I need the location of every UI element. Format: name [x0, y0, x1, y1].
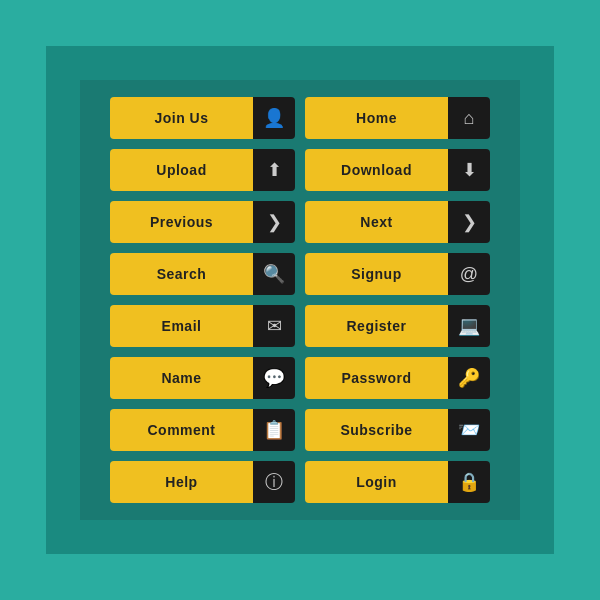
password-label: Password [305, 357, 448, 399]
help-label: Help [110, 461, 253, 503]
join-us-button[interactable]: Join Us👤 [110, 97, 295, 139]
email-icon: ✉ [253, 305, 295, 347]
previous-label: Previous [110, 201, 253, 243]
next-button[interactable]: Next❯ [305, 201, 490, 243]
name-icon: 💬 [253, 357, 295, 399]
name-button[interactable]: Name💬 [110, 357, 295, 399]
previous-icon: ❯ [253, 201, 295, 243]
email-button[interactable]: Email✉ [110, 305, 295, 347]
button-grid: Join Us👤Home⌂Upload⬆Download⬇Previous❯Ne… [90, 77, 510, 523]
home-button[interactable]: Home⌂ [305, 97, 490, 139]
name-label: Name [110, 357, 253, 399]
register-button[interactable]: Register💻 [305, 305, 490, 347]
help-icon: ⓘ [253, 461, 295, 503]
email-label: Email [110, 305, 253, 347]
next-label: Next [305, 201, 448, 243]
home-icon: ⌂ [448, 97, 490, 139]
register-icon: 💻 [448, 305, 490, 347]
register-label: Register [305, 305, 448, 347]
search-button[interactable]: Search🔍 [110, 253, 295, 295]
inner-panel: Join Us👤Home⌂Upload⬆Download⬇Previous❯Ne… [80, 80, 520, 520]
download-icon: ⬇ [448, 149, 490, 191]
join-us-icon: 👤 [253, 97, 295, 139]
download-button[interactable]: Download⬇ [305, 149, 490, 191]
password-button[interactable]: Password🔑 [305, 357, 490, 399]
comment-label: Comment [110, 409, 253, 451]
comment-button[interactable]: Comment📋 [110, 409, 295, 451]
upload-button[interactable]: Upload⬆ [110, 149, 295, 191]
previous-button[interactable]: Previous❯ [110, 201, 295, 243]
home-label: Home [305, 97, 448, 139]
download-label: Download [305, 149, 448, 191]
search-icon: 🔍 [253, 253, 295, 295]
login-button[interactable]: Login🔒 [305, 461, 490, 503]
outer-border: Join Us👤Home⌂Upload⬆Download⬇Previous❯Ne… [40, 40, 560, 560]
password-icon: 🔑 [448, 357, 490, 399]
signup-button[interactable]: Signup@ [305, 253, 490, 295]
signup-icon: @ [448, 253, 490, 295]
next-icon: ❯ [448, 201, 490, 243]
signup-label: Signup [305, 253, 448, 295]
comment-icon: 📋 [253, 409, 295, 451]
search-label: Search [110, 253, 253, 295]
subscribe-label: Subscribe [305, 409, 448, 451]
help-button[interactable]: Helpⓘ [110, 461, 295, 503]
upload-label: Upload [110, 149, 253, 191]
upload-icon: ⬆ [253, 149, 295, 191]
login-label: Login [305, 461, 448, 503]
login-icon: 🔒 [448, 461, 490, 503]
subscribe-icon: 📨 [448, 409, 490, 451]
subscribe-button[interactable]: Subscribe📨 [305, 409, 490, 451]
join-us-label: Join Us [110, 97, 253, 139]
